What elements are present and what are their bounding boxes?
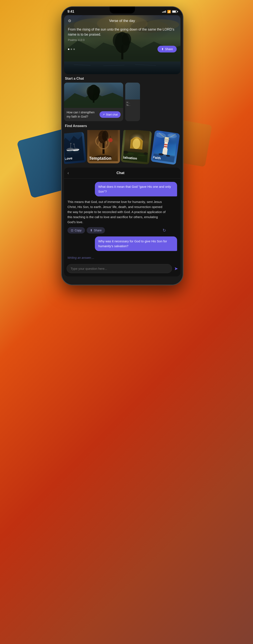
- start-chat-section: Start a Chat: [64, 77, 180, 121]
- chat-icon: ↗: [102, 113, 105, 116]
- temptation-card-image: Temptation: [87, 130, 120, 163]
- dot-2[interactable]: [71, 48, 72, 50]
- salvation-card-image: Salvation: [120, 130, 152, 164]
- topic-card-love[interactable]: Love: [64, 132, 86, 164]
- phone-frame: 9:41 📶: [61, 6, 184, 285]
- chat-navigation: ‹ Chat: [64, 168, 180, 178]
- svg-rect-12: [64, 62, 180, 74]
- user-bubble-1: What does it mean that God "gave His one…: [95, 182, 177, 196]
- chat-messages: What does it mean that God "gave His one…: [64, 178, 180, 254]
- dot-3[interactable]: [73, 48, 75, 50]
- start-chat-label: Start chat: [106, 113, 118, 116]
- partial-card-text-2: fa...: [126, 104, 139, 106]
- find-answers-title: Find Answers: [64, 124, 180, 128]
- signal-icon: [162, 10, 166, 13]
- chat-card-1-text: How can I strengthen my faith in God?: [66, 110, 98, 119]
- share-button[interactable]: ⬆ Share: [87, 227, 105, 234]
- partial-card-text: H...: [126, 101, 139, 104]
- love-card-image: Love: [64, 132, 86, 164]
- share-icon: ⬆: [161, 48, 164, 51]
- battery-icon: [172, 10, 177, 13]
- verse-pagination: [68, 48, 75, 50]
- svg-point-21: [87, 86, 94, 97]
- share-up-icon: ⬆: [90, 229, 92, 232]
- send-button[interactable]: ➤: [174, 266, 178, 272]
- svg-point-40: [102, 131, 108, 141]
- topic-card-salvation[interactable]: Salvation: [120, 130, 152, 164]
- start-chat-title: Start a Chat: [64, 77, 180, 80]
- chat-section: ‹ Chat What does it mean that God "gave …: [64, 168, 180, 276]
- chat-input-area: ➤: [64, 262, 180, 276]
- chat-card-1: How can I strengthen my faith in God? ↗ …: [64, 82, 123, 121]
- chat-input[interactable]: [66, 264, 172, 273]
- topic-card-faith[interactable]: Faith: [150, 130, 180, 165]
- svg-point-37: [106, 144, 108, 146]
- status-bar: 9:41 📶: [62, 7, 183, 15]
- message-actions: ⊡ Copy ⬆ Share ↻: [68, 227, 166, 234]
- ai-message-1: This means that God, out of immense love…: [68, 199, 166, 234]
- chat-card-2-partial: H... fa...: [125, 82, 140, 121]
- user-message-1: What does it mean that God "gave His one…: [68, 182, 177, 196]
- verse-title: Verse of the day: [71, 19, 173, 23]
- status-icons: 📶: [162, 10, 177, 13]
- chat-title: Chat: [69, 171, 172, 175]
- svg-text:Love: Love: [64, 156, 73, 160]
- bottom-spacer: [62, 276, 183, 285]
- ai-text-1: This means that God, out of immense love…: [68, 199, 166, 225]
- refresh-button[interactable]: ↻: [162, 228, 166, 233]
- copy-icon: ⊡: [71, 229, 73, 232]
- verse-reference: Psalms 113:3: [68, 38, 177, 42]
- notch: [110, 7, 135, 14]
- faith-card-image: Faith: [150, 130, 180, 165]
- svg-point-38: [108, 138, 112, 142]
- user-bubble-2: Why was it necessary for God to give His…: [95, 236, 177, 251]
- share-label: Share: [165, 48, 173, 51]
- settings-icon[interactable]: ⚙: [68, 18, 71, 23]
- writing-indicator: Writing an answer....: [64, 254, 180, 262]
- topic-card-temptation[interactable]: Temptation: [87, 130, 120, 163]
- chat-card-1-body: How can I strengthen my faith in God? ↗ …: [64, 108, 123, 121]
- verse-share-button[interactable]: ⬆ Share: [158, 46, 177, 52]
- wifi-icon: 📶: [167, 10, 171, 13]
- start-chat-button-1[interactable]: ↗ Start chat: [100, 111, 120, 118]
- find-answers-section: Find Answers: [64, 124, 180, 168]
- status-time: 9:41: [68, 10, 74, 14]
- chat-card-1-image: [64, 82, 123, 108]
- copy-label: Copy: [75, 229, 82, 232]
- user-message-2: Why was it necessary for God to give His…: [68, 236, 177, 251]
- copy-button[interactable]: ⊡ Copy: [68, 227, 85, 234]
- verse-text: From the rising of the sun unto the goin…: [68, 27, 177, 37]
- svg-point-22: [94, 86, 100, 96]
- chat-cards-list: How can I strengthen my faith in God? ↗ …: [64, 82, 180, 121]
- dot-1[interactable]: [68, 48, 69, 50]
- answer-cards-row: Love: [64, 130, 180, 168]
- share-label: Share: [94, 229, 102, 232]
- verse-section: ⚙ Verse of the day From the rising of th…: [64, 15, 180, 74]
- svg-text:Temptation: Temptation: [90, 156, 111, 160]
- back-button[interactable]: ‹: [68, 170, 69, 175]
